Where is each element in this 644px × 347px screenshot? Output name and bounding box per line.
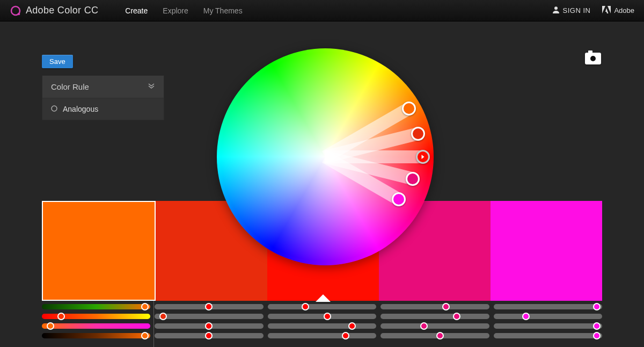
wheel-marker-0[interactable] [402, 102, 416, 115]
slider-knob[interactable] [141, 332, 149, 339]
slider-knob[interactable] [453, 313, 460, 320]
slider-3-2[interactable] [268, 333, 377, 338]
wheel-connector [324, 127, 420, 163]
nav-explore[interactable]: Explore [163, 6, 188, 15]
slider-knob[interactable] [442, 303, 450, 310]
wheel-marker-1[interactable] [411, 127, 425, 141]
slider-knob[interactable] [47, 322, 54, 330]
camera-icon [590, 56, 596, 61]
wheel-connector [322, 151, 402, 205]
signin-link[interactable]: SIGN IN [552, 6, 591, 15]
adobe-brand-link[interactable]: Adobe [602, 6, 634, 15]
radio-icon [51, 105, 57, 113]
slider-knob[interactable] [593, 322, 601, 330]
slider-knob[interactable] [420, 322, 428, 330]
svg-point-1 [18, 12, 20, 15]
adobe-logo-icon [602, 6, 611, 15]
wheel-marker-4[interactable] [392, 192, 406, 206]
slider-knob[interactable] [205, 322, 213, 330]
slider-knob[interactable] [324, 313, 331, 320]
main-nav: Create Explore My Themes [125, 6, 242, 15]
slider-primary-1[interactable] [42, 314, 150, 319]
slider-3-3[interactable] [380, 333, 489, 338]
wheel-marker-3[interactable] [406, 172, 420, 186]
app-title: Adobe Color CC [26, 5, 98, 16]
slider-1-2[interactable] [268, 314, 377, 319]
slider-0-3[interactable] [380, 304, 489, 309]
slider-3-4[interactable] [494, 333, 603, 338]
slider-primary-0[interactable] [42, 304, 150, 309]
slider-knob[interactable] [593, 332, 601, 339]
app-logo: Adobe Color CC [10, 5, 98, 17]
slider-row-1 [42, 314, 602, 319]
svg-marker-5 [605, 8, 609, 13]
wheel-connector [324, 150, 414, 185]
slider-knob[interactable] [436, 332, 444, 339]
svg-point-2 [554, 6, 558, 10]
main-workspace: Save Color Rule Analogous [0, 21, 644, 347]
adobe-brand-label: Adobe [614, 6, 634, 15]
slider-3-1[interactable] [155, 333, 264, 338]
camera-button[interactable] [585, 53, 601, 64]
wheel-connector [325, 150, 423, 163]
color-wheel[interactable] [217, 48, 434, 265]
slider-0-2[interactable] [268, 304, 377, 309]
signin-label: SIGN IN [563, 6, 591, 15]
slider-area [42, 304, 602, 338]
app-header: Adobe Color CC Create Explore My Themes … [0, 0, 644, 21]
slider-knob[interactable] [141, 303, 149, 310]
slider-knob[interactable] [205, 303, 213, 310]
chevron-down-icon [148, 82, 155, 91]
color-rule-panel: Color Rule Analogous [42, 75, 164, 120]
slider-2-3[interactable] [380, 323, 489, 329]
slider-knob[interactable] [205, 332, 213, 339]
slider-1-3[interactable] [380, 314, 489, 319]
slider-row-0 [42, 304, 602, 309]
slider-2-2[interactable] [268, 323, 377, 329]
color-wheel-icon [10, 5, 21, 17]
slider-primary-3[interactable] [42, 333, 150, 338]
slider-knob[interactable] [57, 313, 65, 320]
color-rule-label: Analogous [63, 105, 98, 113]
slider-knob[interactable] [522, 313, 530, 320]
slider-row-3 [42, 333, 602, 338]
color-rule-title: Color Rule [51, 82, 89, 91]
color-rule-dropdown[interactable]: Color Rule [42, 76, 164, 98]
slider-row-2 [42, 323, 602, 329]
slider-0-4[interactable] [494, 304, 603, 309]
slider-0-1[interactable] [155, 304, 264, 309]
wheel-marker-2[interactable] [416, 150, 430, 164]
swatch-0[interactable] [42, 201, 156, 301]
slider-knob[interactable] [342, 332, 349, 339]
slider-2-1[interactable] [155, 323, 264, 329]
slider-1-1[interactable] [155, 314, 264, 319]
svg-marker-4 [608, 6, 611, 13]
save-button[interactable]: Save [42, 55, 73, 68]
slider-knob[interactable] [302, 303, 309, 310]
color-rule-selected[interactable]: Analogous [42, 98, 164, 120]
nav-mythemes[interactable]: My Themes [203, 6, 243, 15]
slider-primary-2[interactable] [42, 323, 150, 329]
nav-create[interactable]: Create [125, 6, 148, 15]
svg-marker-3 [602, 6, 605, 13]
slider-2-4[interactable] [494, 323, 603, 329]
slider-knob[interactable] [593, 303, 601, 310]
slider-knob[interactable] [348, 322, 356, 330]
slider-knob[interactable] [159, 313, 167, 320]
swatch-4[interactable] [491, 201, 602, 301]
svg-point-6 [52, 106, 57, 111]
slider-1-4[interactable] [494, 314, 603, 319]
wheel-connector [322, 103, 412, 163]
user-icon [552, 6, 560, 15]
